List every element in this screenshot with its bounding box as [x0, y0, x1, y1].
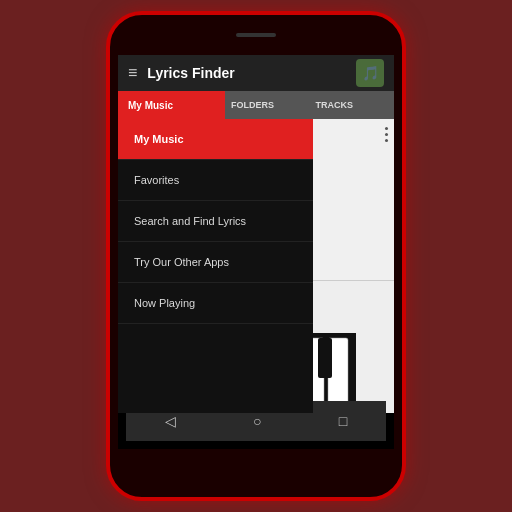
dot1 [385, 127, 388, 130]
tabs-row: My Music FOLDERS TRACKS [118, 91, 394, 119]
avatar-icon: 🎵 [362, 65, 379, 81]
dot2 [385, 133, 388, 136]
speaker [236, 33, 276, 37]
tab-folders[interactable]: FOLDERS [225, 91, 310, 119]
drawer-item-my-music[interactable]: My Music [118, 119, 313, 160]
avatar[interactable]: 🎵 [356, 59, 384, 87]
drawer-item-now-playing[interactable]: Now Playing [118, 283, 313, 324]
phone-screen: ≡ Lyrics Finder 🎵 My Music FOLDERS TRACK… [118, 55, 394, 449]
tab-tracks[interactable]: TRACKS [310, 91, 395, 119]
top-bar: ≡ Lyrics Finder 🎵 [118, 55, 394, 91]
dot3 [385, 139, 388, 142]
drawer-item-search-lyrics[interactable]: Search and Find Lyrics [118, 201, 313, 242]
dots-menu[interactable] [385, 127, 388, 142]
phone-top [110, 15, 402, 55]
drawer-item-other-apps[interactable]: Try Our Other Apps [118, 242, 313, 283]
nav-back-button[interactable]: ◁ [165, 413, 176, 429]
tab-my-music[interactable]: My Music [118, 91, 225, 119]
content-area: Remi Mystery [118, 119, 394, 413]
drawer-item-favorites[interactable]: Favorites [118, 160, 313, 201]
phone-bottom [110, 449, 402, 497]
nav-home-button[interactable]: ○ [253, 413, 261, 429]
phone-frame: ≡ Lyrics Finder 🎵 My Music FOLDERS TRACK… [106, 11, 406, 501]
drawer: My Music Favorites Search and Find Lyric… [118, 119, 313, 413]
svg-rect-22 [318, 338, 332, 378]
app-title: Lyrics Finder [147, 65, 346, 81]
nav-recent-button[interactable]: □ [339, 413, 347, 429]
menu-icon[interactable]: ≡ [128, 64, 137, 82]
